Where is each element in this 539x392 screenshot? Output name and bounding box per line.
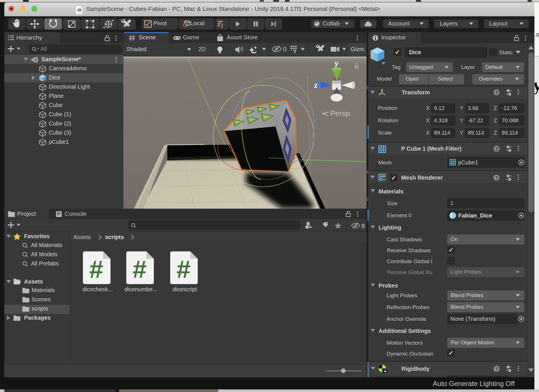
svg-text:?: ? bbox=[495, 146, 498, 152]
svg-text:y: y bbox=[334, 59, 338, 67]
svg-text:z: z bbox=[314, 81, 318, 89]
svg-text:?: ? bbox=[495, 366, 498, 372]
svg-text:?: ? bbox=[495, 90, 498, 96]
svg-text:Y: Y bbox=[293, 49, 296, 54]
svg-text:8: 8 bbox=[361, 222, 365, 230]
svg-text:0: 0 bbox=[283, 46, 286, 53]
svg-text:?: ? bbox=[495, 175, 498, 181]
svg-text:Persp: Persp bbox=[330, 109, 350, 118]
